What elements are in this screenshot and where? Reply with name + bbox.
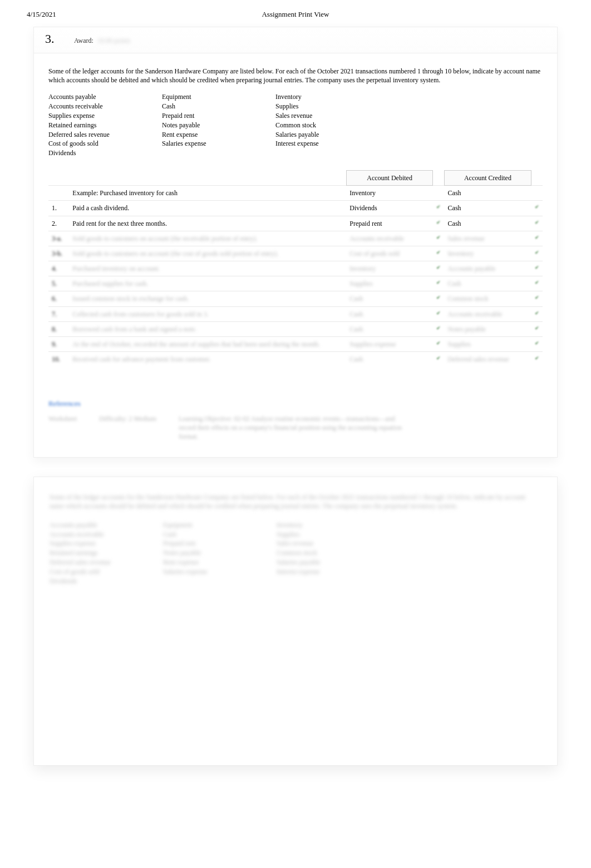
account-debited: Cash [346,291,433,306]
ledger-account: Accounts payable [50,520,163,530]
check-icon [436,265,441,270]
check-icon [535,310,539,316]
ledger-account: Salaries expense [163,567,277,577]
ledger-account: Interest expense [275,139,389,148]
ledger-account: Salaries payable [277,558,390,567]
ledger-account: Accounts payable [48,92,162,102]
account-debited: Dividends [346,201,433,216]
table-row: 10.Received cash for advance payment fro… [48,352,543,367]
question-body: Some of the ledger accounts for the Sand… [34,53,557,457]
ledger-account: Supplies [275,102,389,111]
ledger-col-3: InventorySuppliesSales revenueCommon sto… [275,92,389,158]
check-icon [436,204,441,210]
account-credited: Sales revenue [445,231,531,246]
check-icon [535,220,539,225]
ledger-col-1: Accounts payableAccounts receivableSuppl… [48,92,162,158]
ledger-account: Deferred sales revenue [50,558,163,567]
check-icon [436,235,441,240]
ledger-account: Inventory [277,520,390,530]
page-header: 4/15/2021 Assignment Print View . [0,0,591,19]
header-date: 4/15/2021 [27,10,56,19]
ledger-account: Notes payable [162,121,275,130]
account-debited: Inventory [346,186,433,201]
check-icon [535,250,539,255]
account-debited: Cash [346,352,433,367]
check-icon [535,204,539,210]
ledger-account: Retained earnings [48,121,162,130]
check-icon [436,250,441,255]
ledger-account: Common stock [275,121,389,130]
account-debited: Inventory [346,261,433,276]
ledger-account: Deferred sales revenue [48,130,162,140]
question-card: 3. Award: 10.00 points Some of the ledge… [33,27,558,458]
account-debited: Supplies expense [346,337,433,352]
check-icon [535,355,539,361]
table-row: Example: Purchased inventory for cashInv… [48,186,543,201]
ledger-account: Prepaid rent [163,539,277,548]
account-debited: Cash [346,321,433,336]
account-credited: Cash [445,276,531,291]
check-icon [535,265,539,270]
check-icon [436,325,441,331]
ledger-account: Salaries payable [275,130,389,140]
question-header: 3. Award: 10.00 points [34,27,557,53]
check-icon [436,280,441,285]
ledger-account: Rent expense [163,558,277,567]
account-credited: Inventory [445,246,531,261]
ledger-account: Cash [162,102,275,111]
ledger-account: Cash [163,530,277,539]
col-credit: Account Credited [445,170,531,185]
ledger-account: Supplies expense [50,539,163,548]
answer-table: Account Debited Account Credited Example… [48,170,543,366]
account-credited: Cash [445,216,531,231]
col-debit: Account Debited [346,170,433,185]
check-icon [436,340,441,346]
ledger-account: Accounts receivable [50,530,163,539]
table-row: 3-b.Sold goods to customers on account (… [48,246,543,261]
table-row: 6.Issued common stock in exchange for ca… [48,291,543,306]
table-row: 7.Collected cash from customers for good… [48,306,543,321]
explanation-card: Some of the ledger accounts for the Sand… [33,477,558,766]
references-link[interactable]: References [48,399,81,409]
table-row: 3-a.Sold goods to customers on account (… [48,231,543,246]
account-credited: Cash [445,201,531,216]
references-block: References Worksheet Difficulty: 2 Mediu… [48,399,543,441]
check-icon [436,310,441,316]
table-row: 9.At the end of October, recorded the am… [48,337,543,352]
ledger-account: Notes payable [163,548,277,558]
account-credited: Accounts payable [445,261,531,276]
ledger-account: Equipment [162,92,275,102]
ledger-account: Prepaid rent [162,111,275,121]
account-debited: Cost of goods sold [346,246,433,261]
check-icon [535,280,539,285]
ledger-account: Supplies [277,530,390,539]
ledger-accounts: Accounts payableAccounts receivableSuppl… [48,92,543,158]
account-credited: Notes payable [445,321,531,336]
table-row: 5.Purchased supplies for cash.SuppliesCa… [48,276,543,291]
question-intro: Some of the ledger accounts for the Sand… [48,67,543,85]
account-debited: Supplies [346,276,433,291]
check-icon [535,295,539,300]
ledger-account: Inventory [275,92,389,102]
ledger-account: Dividends [50,577,163,586]
ledger-account: Sales revenue [275,111,389,121]
account-credited: Accounts receivable [445,306,531,321]
account-credited: Supplies [445,337,531,352]
table-row: 1.Paid a cash dividend.DividendsCash [48,201,543,216]
ledger-account: Retained earnings [50,548,163,558]
account-debited: Accounts receivable [346,231,433,246]
ledger-account: Salaries expense [162,139,275,148]
check-icon [436,295,441,300]
check-icon [535,340,539,346]
ledger-account: Sales revenue [277,539,390,548]
ledger-account: Accounts receivable [48,102,162,111]
table-row: 8.Borrowed cash from a bank and signed a… [48,321,543,336]
ledger-account: Cost of goods sold [50,567,163,577]
ledger-account: Cost of goods sold [48,139,162,148]
ledger-account: Supplies expense [48,111,162,121]
check-icon [436,220,441,225]
lower-ledger: Accounts payableAccounts receivableSuppl… [50,520,541,586]
ledger-account: Common stock [277,548,390,558]
ledger-account: Interest expense [277,567,390,577]
account-debited: Cash [346,306,433,321]
